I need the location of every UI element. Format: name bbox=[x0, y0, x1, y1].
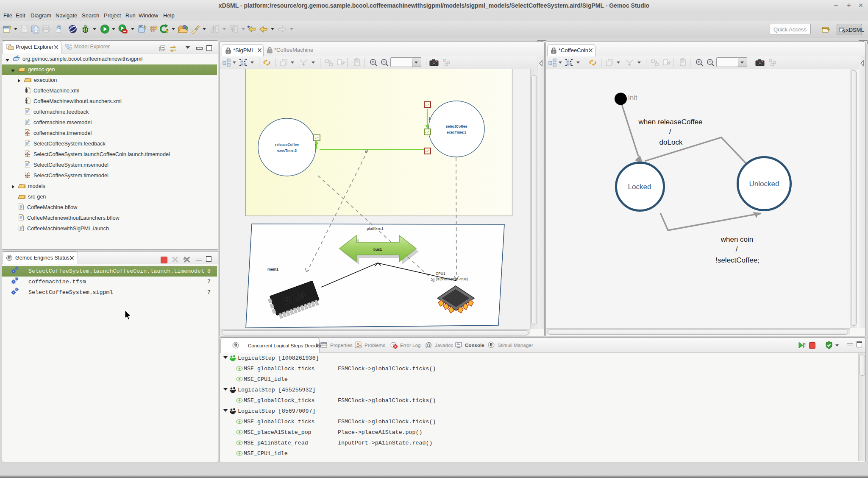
svg-text:(is preemptive=true): (is preemptive=true) bbox=[436, 277, 468, 281]
svg-text:when coin: when coin bbox=[721, 235, 754, 243]
svg-text:CPU1: CPU1 bbox=[436, 271, 445, 276]
svg-text:6: 6 bbox=[365, 150, 367, 154]
svg-text:Locked: Locked bbox=[628, 183, 651, 191]
svg-text:execTime:3: execTime:3 bbox=[277, 148, 297, 153]
svg-text:!selectCoffee;: !selectCoffee; bbox=[715, 256, 760, 264]
svg-text:init: init bbox=[628, 94, 637, 102]
svg-text:execTime:1: execTime:1 bbox=[447, 130, 466, 134]
svg-text:1: 1 bbox=[428, 116, 431, 120]
svg-text:/: / bbox=[669, 128, 671, 136]
svg-text:/: / bbox=[736, 245, 738, 253]
svg-text:releaseCoffee: releaseCoffee bbox=[275, 143, 299, 147]
svg-text:selectCoffee: selectCoffee bbox=[446, 124, 467, 129]
svg-text:platform1: platform1 bbox=[367, 226, 384, 231]
svg-text:bus1: bus1 bbox=[373, 247, 382, 252]
svg-text:doLock: doLock bbox=[659, 138, 683, 146]
svg-text:mem1: mem1 bbox=[267, 267, 278, 271]
svg-text:Unlocked: Unlocked bbox=[749, 180, 779, 188]
svg-text:when releaseCoffee: when releaseCoffee bbox=[638, 118, 703, 126]
